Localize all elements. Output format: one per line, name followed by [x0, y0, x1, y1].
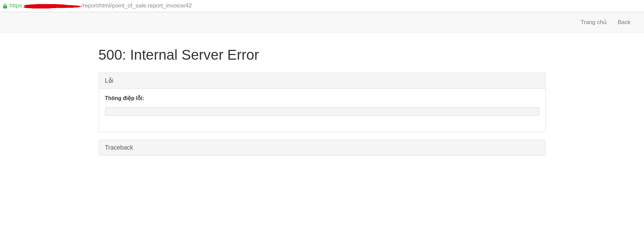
page-title: 500: Internal Server Error: [99, 47, 546, 63]
nav-back-link[interactable]: Back: [618, 19, 630, 26]
lock-icon: [3, 3, 7, 9]
url-redacted-host: [24, 2, 81, 10]
error-panel-body: Thông điệp lỗi:: [99, 89, 545, 132]
traceback-panel-heading[interactable]: Traceback: [99, 140, 545, 155]
traceback-panel: Traceback: [99, 140, 546, 156]
browser-address-bar: https:/report/html/point_of_sale.report_…: [0, 0, 644, 12]
nav-home-link[interactable]: Trang chủ: [581, 19, 607, 26]
main-container: 500: Internal Server Error Lỗi Thông điệ…: [85, 33, 559, 156]
top-nav: Trang chủ Back: [0, 12, 644, 33]
url-display[interactable]: https:/report/html/point_of_sale.report_…: [9, 2, 192, 10]
url-protocol: https: [9, 2, 22, 9]
error-panel-heading[interactable]: Lỗi: [99, 73, 545, 89]
url-path: /report/html/point_of_sale.report_invoic…: [81, 2, 192, 9]
error-message-label: Thông điệp lỗi:: [105, 95, 539, 101]
error-message-box: [105, 108, 539, 116]
error-panel: Lỗi Thông điệp lỗi:: [99, 73, 546, 132]
